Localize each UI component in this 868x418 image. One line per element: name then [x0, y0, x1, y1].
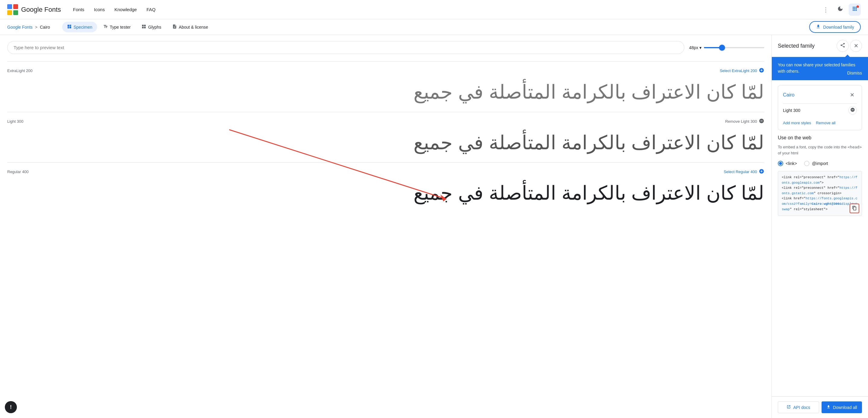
- panel-footer: API docs Download all: [772, 396, 868, 418]
- nav-link-faq[interactable]: FAQ: [147, 7, 156, 12]
- style-item-light300: Light 300: [783, 103, 857, 117]
- breadcrumb-current: Cairo: [40, 25, 50, 30]
- copy-code-button[interactable]: [849, 203, 859, 213]
- cairo-close-icon: ✕: [850, 92, 855, 98]
- weight-label-light: Light 300: [7, 119, 24, 124]
- add-more-styles-link[interactable]: Add more styles: [783, 121, 811, 125]
- api-docs-button[interactable]: API docs: [778, 401, 819, 413]
- preview-input[interactable]: [7, 41, 684, 54]
- panel-links: Add more styles Remove all: [783, 121, 857, 125]
- error-button[interactable]: !: [5, 401, 17, 413]
- svg-rect-1: [13, 4, 18, 9]
- use-web-title: Use on the web: [778, 135, 862, 140]
- apps-menu-button[interactable]: [849, 4, 861, 16]
- weight-label-regular: Regular 400: [7, 169, 29, 174]
- radio-inner-link: [779, 162, 782, 165]
- tooltip-banner: You can now share your selected families…: [772, 57, 868, 80]
- sub-nav-tabs: Specimen Type tester Glyphs About & lice…: [62, 22, 809, 32]
- tab-specimen[interactable]: Specimen: [62, 22, 97, 32]
- share-icon: [840, 42, 845, 50]
- app-name: Google Fonts: [21, 6, 61, 13]
- specimen-icon: [67, 24, 72, 30]
- nav-link-knowledge[interactable]: Knowledge: [114, 7, 136, 12]
- remove-style-button[interactable]: [848, 106, 857, 115]
- dropdown-arrow-icon: ▾: [700, 45, 702, 50]
- select-extralight-button[interactable]: Select ExtraLight 200: [720, 68, 764, 74]
- preview-bar: 48px ▾: [7, 41, 764, 54]
- right-panel: Selected family ✕ You can now share your…: [772, 35, 868, 418]
- tab-type-tester[interactable]: Type tester: [98, 22, 135, 32]
- remove-all-link[interactable]: Remove all: [816, 121, 835, 125]
- svg-rect-3: [13, 10, 18, 15]
- tooltip-arrow: [845, 55, 850, 57]
- font-size-slider[interactable]: [704, 47, 764, 48]
- slider-thumb: [719, 45, 725, 51]
- type-tester-icon: [103, 24, 108, 30]
- size-control: 48px ▾: [689, 45, 764, 50]
- theme-toggle-button[interactable]: [834, 4, 846, 16]
- theme-icon: [837, 6, 843, 13]
- select-regular-button[interactable]: Select Regular 400: [723, 169, 764, 175]
- panel-title: Selected family: [778, 43, 815, 49]
- download-icon: [816, 24, 820, 30]
- preview-text-light: لمّا كان الاعتراف بالكرامة المتأصلة في ج…: [7, 129, 764, 157]
- radio-link[interactable]: <link>: [778, 161, 797, 166]
- more-icon: ⋮: [823, 6, 829, 13]
- radio-import[interactable]: @import: [804, 161, 828, 166]
- copy-icon: [852, 206, 857, 212]
- radio-circle-link: [778, 161, 783, 166]
- nav-icons: ⋮: [820, 4, 861, 16]
- cairo-font-name: Cairo: [783, 92, 795, 98]
- tab-glyphs[interactable]: Glyphs: [136, 22, 166, 32]
- notification-dot: [857, 5, 859, 8]
- style-name-light300: Light 300: [783, 108, 801, 113]
- cairo-header: Cairo ✕: [783, 90, 857, 100]
- font-section-extralight: ExtraLight 200 Select ExtraLight 200 لمّ…: [7, 61, 764, 112]
- share-button[interactable]: [837, 40, 849, 52]
- plus-icon: [759, 68, 764, 74]
- use-web-section: Use on the web To embed a font, copy the…: [778, 135, 862, 216]
- download-all-button[interactable]: Download all: [822, 401, 862, 413]
- content-area: 48px ▾ ExtraLight 200 Select ExtraLight …: [0, 35, 772, 418]
- close-icon: ✕: [854, 42, 858, 49]
- font-section-header-light: Light 300 Remove Light 300: [7, 118, 764, 125]
- close-panel-button[interactable]: ✕: [850, 40, 862, 52]
- use-web-desc: To embed a font, copy the code into the …: [778, 144, 862, 156]
- nav-link-icons[interactable]: Icons: [94, 7, 105, 12]
- svg-rect-2: [7, 10, 12, 15]
- weight-label-extralight: ExtraLight 200: [7, 68, 33, 73]
- logo-area: Google Fonts: [7, 4, 61, 15]
- size-dropdown[interactable]: 48px ▾: [689, 45, 702, 50]
- about-icon: [172, 24, 177, 30]
- radio-label-link: <link>: [786, 161, 797, 166]
- download-family-button[interactable]: Download family: [809, 21, 861, 33]
- font-section-regular: Regular 400 Select Regular 400 لمّا كان …: [7, 162, 764, 213]
- preview-text-extralight: لمّا كان الاعتراف بالكرامة المتأصلة في ج…: [7, 79, 764, 106]
- external-link-icon: [786, 405, 791, 410]
- panel-header-icons: ✕: [837, 40, 862, 52]
- nav-link-fonts[interactable]: Fonts: [73, 7, 85, 12]
- tab-about[interactable]: About & license: [167, 22, 213, 32]
- breadcrumb: Google Fonts > Cairo: [7, 25, 50, 30]
- breadcrumb-separator: >: [35, 25, 37, 30]
- google-logo-icon: [7, 4, 18, 15]
- panel-content: Cairo ✕ Light 300 Add more styles Rem: [772, 80, 868, 396]
- breadcrumb-home-link[interactable]: Google Fonts: [7, 25, 33, 30]
- cairo-section: Cairo ✕ Light 300 Add more styles Rem: [778, 85, 862, 130]
- remove-light-button[interactable]: Remove Light 300: [725, 118, 764, 125]
- sub-nav: Google Fonts > Cairo Specimen Type teste…: [0, 19, 868, 35]
- minus-icon: [759, 118, 764, 125]
- tooltip-text: You can now share your selected families…: [778, 62, 855, 73]
- main-layout: 48px ▾ ExtraLight 200 Select ExtraLight …: [0, 35, 868, 418]
- more-menu-button[interactable]: ⋮: [820, 4, 832, 16]
- code-block: <link rel="preconnect" href="https://fon…: [778, 171, 862, 216]
- panel-header: Selected family ✕: [772, 35, 868, 57]
- preview-text-regular: لمّا كان الاعتراف بالكرامة المتأصلة في ج…: [7, 180, 764, 207]
- top-nav: Google Fonts Fonts Icons Knowledge FAQ ⋮: [0, 0, 868, 19]
- minus-style-icon: [850, 107, 855, 114]
- font-section-light: Light 300 Remove Light 300 لمّا كان الاع…: [7, 112, 764, 163]
- glyphs-icon: [142, 24, 146, 30]
- embed-type-radio-group: <link> @import: [778, 161, 862, 166]
- remove-cairo-button[interactable]: ✕: [847, 90, 857, 100]
- tooltip-dismiss-button[interactable]: Dismiss: [847, 71, 862, 75]
